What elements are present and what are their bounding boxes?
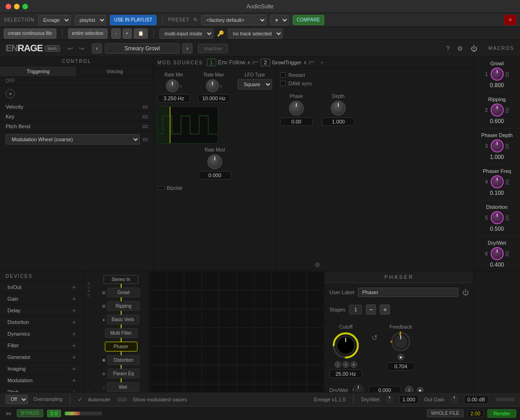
- velocity-drag-icon[interactable]: [143, 105, 148, 109]
- mod-source-icon[interactable]: ⊕: [6, 89, 15, 98]
- bipolar-checkbox[interactable]: [157, 186, 165, 190]
- env-drag-icon[interactable]: [253, 61, 258, 64]
- matrix-cell[interactable]: [167, 365, 185, 384]
- device-imaging[interactable]: Imaging +: [0, 363, 83, 375]
- power-button[interactable]: ⏻: [469, 44, 479, 53]
- dawsync-checkbox[interactable]: [280, 81, 286, 86]
- matrix-cell[interactable]: [272, 384, 289, 392]
- matrix-cell[interactable]: [272, 328, 289, 346]
- lfo-tab-1[interactable]: 1: [207, 59, 216, 66]
- rate-mod-knob[interactable]: [207, 154, 222, 169]
- device-distortion-add[interactable]: +: [72, 318, 76, 326]
- matrix-cell[interactable]: [149, 384, 167, 392]
- matrix-cell[interactable]: [254, 384, 272, 392]
- cutoff-knob-container[interactable]: [332, 331, 360, 359]
- device-generator-add[interactable]: +: [72, 353, 76, 361]
- matrix-cell[interactable]: [237, 328, 254, 346]
- device-generator[interactable]: Generator +: [0, 351, 83, 363]
- matrix-cell[interactable]: [272, 346, 289, 365]
- pitchbend-drag-icon[interactable]: [143, 125, 148, 128]
- matrix-cell[interactable]: [184, 290, 202, 309]
- matrix-cell[interactable]: [237, 290, 254, 309]
- macro-1-drag[interactable]: [506, 72, 509, 77]
- feedback-mod-dot[interactable]: ●: [397, 354, 404, 360]
- continuous-file-button[interactable]: create continuous file: [4, 28, 56, 39]
- autoroute-label[interactable]: Autoroute: [88, 397, 110, 402]
- matrix-cell[interactable]: [202, 365, 219, 384]
- add-mod-source-button[interactable]: +: [321, 60, 323, 65]
- macro-4-knob[interactable]: [491, 175, 504, 188]
- outgain-knob[interactable]: [450, 395, 458, 404]
- matrix-cell[interactable]: [307, 328, 324, 346]
- rate-min-value[interactable]: 3.250 Hz: [157, 94, 190, 103]
- plugin-select[interactable]: Enrage: [38, 15, 71, 25]
- voicing-tab[interactable]: Voicing: [77, 66, 154, 76]
- matrix-cell[interactable]: [219, 346, 237, 365]
- settings-button[interactable]: ⚙: [455, 44, 465, 53]
- matrix-cell[interactable]: [254, 346, 272, 365]
- matrix-cell[interactable]: [184, 346, 202, 365]
- feedback-knob-container[interactable]: [390, 331, 411, 352]
- matrix-cell[interactable]: [149, 309, 167, 328]
- device-filter-add[interactable]: +: [72, 342, 76, 349]
- cutoff-mod-4[interactable]: 4: [342, 361, 349, 368]
- matrix-cell[interactable]: [272, 271, 289, 290]
- device-delay-add[interactable]: +: [72, 307, 76, 314]
- phase-knob[interactable]: [289, 101, 304, 116]
- lfo-wave-icon[interactable]: ∧: [303, 60, 307, 66]
- show-modulated-label[interactable]: Show modulated values: [132, 397, 187, 402]
- matrix-cell[interactable]: [167, 328, 185, 346]
- matrix-cell[interactable]: [237, 365, 254, 384]
- device-imaging-add[interactable]: +: [72, 365, 76, 372]
- next-preset-button[interactable]: ›: [182, 43, 192, 54]
- maximize-button[interactable]: [22, 4, 28, 9]
- macro-4-drag[interactable]: [506, 179, 509, 185]
- device-dynamics[interactable]: Dynamics +: [0, 328, 83, 340]
- ripping-node[interactable]: Ripping: [107, 301, 140, 311]
- triggering-tab[interactable]: Triggering: [0, 66, 77, 76]
- minus-button[interactable]: -: [111, 28, 121, 39]
- matrix-cell[interactable]: [237, 309, 254, 328]
- matrix-cell[interactable]: [202, 309, 219, 328]
- cutoff-mod-1[interactable]: 1: [335, 361, 341, 368]
- matrix-cell[interactable]: [219, 309, 237, 328]
- matrix-cell[interactable]: [202, 384, 219, 392]
- matrix-cell[interactable]: [167, 384, 185, 392]
- render-button[interactable]: Render: [487, 409, 516, 418]
- rate-mod-value[interactable]: 0.000: [198, 171, 231, 179]
- lfo-tab-2[interactable]: 2: [260, 59, 270, 66]
- matrix-cell[interactable]: [167, 309, 185, 328]
- help-button[interactable]: ?: [444, 44, 452, 53]
- clip-button[interactable]: 📋: [134, 28, 148, 39]
- restart-checkbox[interactable]: [280, 72, 286, 78]
- matrix-cell[interactable]: [202, 328, 219, 346]
- phaser-node[interactable]: Phaser: [105, 342, 137, 351]
- lfo-drag-icon[interactable]: [309, 61, 314, 64]
- matrix-cell[interactable]: [237, 346, 254, 365]
- matrix-cell[interactable]: [167, 271, 185, 290]
- matrix-cell[interactable]: [184, 271, 202, 290]
- matrix-cell[interactable]: [307, 271, 324, 290]
- minimize-button[interactable]: [14, 4, 20, 9]
- phaser-power-button[interactable]: ⏻: [462, 289, 469, 296]
- device-delay[interactable]: Delay +: [0, 305, 83, 317]
- matrix-cell[interactable]: [202, 346, 219, 365]
- matrix-cell[interactable]: [237, 384, 254, 392]
- matrix-cell[interactable]: [219, 328, 237, 346]
- outgain-value[interactable]: 0.00 dB: [464, 395, 488, 404]
- device-pitch[interactable]: Pitch +: [0, 386, 83, 392]
- matrix-cell[interactable]: [219, 271, 237, 290]
- undo-button[interactable]: ↩: [66, 44, 75, 53]
- phaser-drywet-knob[interactable]: [352, 384, 365, 392]
- macro-2-drag[interactable]: [506, 108, 509, 113]
- matrix-cell[interactable]: [307, 346, 324, 365]
- multifilter-node[interactable]: Multi Filter: [105, 328, 137, 338]
- matrix-cell[interactable]: [149, 290, 167, 309]
- matrix-cell[interactable]: [307, 365, 324, 384]
- device-modulation[interactable]: Modulation +: [0, 375, 83, 386]
- mod-assign-dot[interactable]: [315, 262, 320, 267]
- matrix-cell[interactable]: [272, 290, 289, 309]
- device-inout-add[interactable]: +: [72, 283, 76, 291]
- macro-1-knob[interactable]: [491, 68, 504, 81]
- oversampling-select[interactable]: Off: [6, 395, 28, 404]
